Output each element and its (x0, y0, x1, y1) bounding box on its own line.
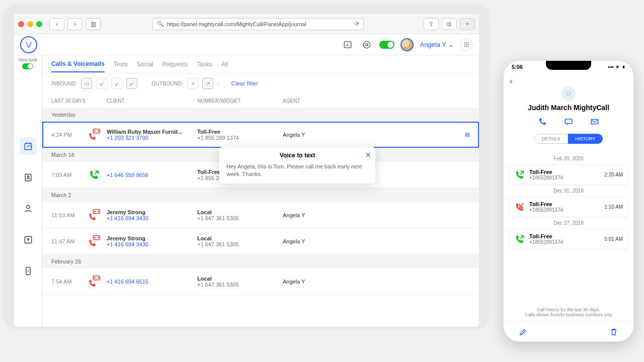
tab-requests[interactable]: Requests (163, 57, 188, 72)
tab-calls-voicemails[interactable]: Calls & Voicemails (51, 56, 105, 72)
close-window-icon[interactable] (18, 21, 24, 27)
call-time: 7:03 AM (51, 172, 87, 178)
status-icons: ••• ᯤ ▮ (608, 64, 625, 70)
client-number-link[interactable]: +1 646 558 8656 (107, 172, 197, 178)
tab-all[interactable]: All (221, 57, 228, 72)
new-tab-button[interactable]: ＋ (460, 18, 475, 30)
popup-title: Voice to text (226, 152, 368, 159)
sidebar-tab-device[interactable] (20, 262, 37, 280)
main-panel: Calls & Voicemails Texts Social Requests… (42, 55, 479, 327)
call-row[interactable]: 11:47 AM Jeremy Strong +1 416 694 3430 L… (42, 228, 479, 254)
client-number-link[interactable]: +1 416 694 6515 (107, 279, 197, 285)
col-agent: AGENT (283, 98, 470, 104)
column-headers: LAST 30 DAYS CLIENT NUMBER/WIDGET AGENT (42, 94, 479, 108)
segment-details[interactable]: DETAILS (534, 134, 568, 144)
maximize-window-icon[interactable] (36, 21, 42, 27)
history-call-icon (514, 169, 525, 180)
agent-name: Angela Y (283, 132, 305, 138)
client-number-link[interactable]: +1 416 694 3430 (107, 215, 197, 221)
message-action-icon[interactable] (561, 116, 576, 128)
date-group: Yesterday (42, 108, 479, 122)
reload-icon[interactable]: ⟳ (355, 21, 359, 27)
sidebar-tab-journal[interactable] (20, 138, 37, 155)
forward-button[interactable]: › (67, 18, 83, 30)
new-look-toggle[interactable]: New look (19, 57, 37, 69)
call-type-icon (87, 274, 102, 289)
svg-point-28 (94, 277, 96, 279)
inbound-label: INBOUND: (51, 81, 77, 86)
settings-icon[interactable] (360, 38, 373, 51)
sidebar-tab-agent[interactable] (20, 200, 37, 217)
filter-in-answered[interactable]: ↙ (126, 78, 137, 89)
history-card[interactable]: Toll-Free +18552891374 2:20 AM (509, 164, 628, 185)
svg-point-1 (366, 43, 368, 46)
filter-missed-in[interactable]: ↙ (96, 78, 107, 89)
history-card[interactable]: Toll-Free +18552891374 1:10 AM (509, 197, 628, 217)
phone-device: 5:06 ••• ᯤ ▮ ‹ ☺ Judith March MightyCall… (503, 60, 634, 342)
address-bar[interactable]: 🔍 https://panel.mightycall.com/MightyCal… (152, 18, 364, 30)
call-type-icon (87, 234, 102, 249)
back-button[interactable]: ‹ (49, 18, 64, 30)
toolbar-button[interactable]: ▥ (86, 18, 101, 30)
history-call-icon (514, 202, 525, 213)
svg-point-3 (464, 42, 465, 43)
delete-icon[interactable] (609, 327, 618, 336)
svg-point-7 (466, 44, 467, 45)
edit-icon[interactable] (519, 327, 528, 336)
client-number-link[interactable]: +1 416 694 3430 (107, 241, 197, 247)
client-name: William Ruby Mason Furnit... (107, 129, 192, 135)
share-icon[interactable]: ⇪ (424, 18, 439, 30)
call-time: 11:53 AM (51, 212, 87, 218)
filter-out[interactable]: ↗ (187, 78, 198, 89)
call-row[interactable]: 11:53 AM Jeremy Strong +1 416 694 3430 L… (42, 202, 479, 228)
more-filters-icon[interactable]: › (217, 81, 219, 86)
tab-texts[interactable]: Texts (114, 57, 128, 72)
col-client: CLIENT (107, 98, 197, 104)
svg-point-6 (464, 44, 465, 45)
phone-footer-note: Call history for the last 30 days. Calls… (504, 303, 633, 321)
transcript-icon[interactable]: ▤ (465, 131, 470, 138)
email-action-icon[interactable] (587, 116, 602, 128)
tab-social[interactable]: Social (137, 57, 153, 72)
client-name: Jeremy Strong (107, 235, 192, 241)
tabs-icon[interactable]: ⧉ (442, 18, 457, 30)
call-row[interactable]: 7:54 AM +1 416 694 6515 Local +1 647 361… (42, 268, 479, 295)
call-action-icon[interactable] (535, 116, 550, 128)
svg-point-10 (466, 46, 467, 47)
call-list[interactable]: Yesterday 4:24 PM William Ruby Mason Fur… (42, 108, 479, 327)
sidebar-tab-contacts[interactable] (20, 169, 37, 186)
app-header: Angela Y ⌄ (14, 34, 479, 55)
widget-number: +1 647 361 5305 (197, 241, 283, 247)
sidebar-tab-forward[interactable] (20, 231, 37, 248)
phone-back-button[interactable]: ‹ (510, 76, 513, 86)
user-avatar[interactable] (400, 38, 414, 51)
dialpad-icon[interactable] (460, 38, 473, 51)
close-popup-icon[interactable]: ✕ (365, 151, 371, 159)
contact-avatar-icon: ☺ (561, 86, 576, 101)
tab-tasks[interactable]: Tasks (197, 57, 212, 72)
svg-point-19 (94, 130, 96, 132)
availability-toggle[interactable] (379, 41, 394, 49)
history-date: Dec 27, 2019 (509, 220, 628, 226)
history-card[interactable]: Toll-Free +18552891374 5:01 AM (509, 229, 628, 249)
clear-filter-link[interactable]: Clear filter (231, 80, 259, 86)
analytics-icon[interactable] (341, 38, 354, 51)
filter-in[interactable]: ↙ (111, 78, 122, 89)
call-type-icon (87, 127, 102, 142)
segment-control[interactable]: DETAILS HISTORY (510, 134, 627, 144)
phone-time: 5:06 (512, 64, 523, 70)
phone-history-list[interactable]: Feb 20, 2020 Toll-Free +18552891374 2:20… (504, 153, 633, 303)
call-type-icon (87, 167, 102, 183)
filter-out-answered[interactable]: ↗ (202, 78, 213, 89)
svg-point-8 (467, 44, 468, 45)
minimize-window-icon[interactable] (27, 21, 33, 27)
client-number-link[interactable]: +1 203 321 3790 (107, 135, 197, 141)
svg-point-4 (466, 42, 467, 43)
segment-history[interactable]: HISTORY (568, 134, 603, 144)
journal-tabs: Calls & Voicemails Texts Social Requests… (42, 55, 479, 73)
call-row[interactable]: 4:24 PM William Ruby Mason Furnit... +1 … (42, 122, 479, 148)
user-menu[interactable]: Angela Y ⌄ (420, 41, 454, 48)
history-title: Toll-Free (529, 233, 600, 239)
app-logo[interactable] (20, 36, 37, 53)
filter-voicemail[interactable]: ▭ (81, 78, 92, 89)
